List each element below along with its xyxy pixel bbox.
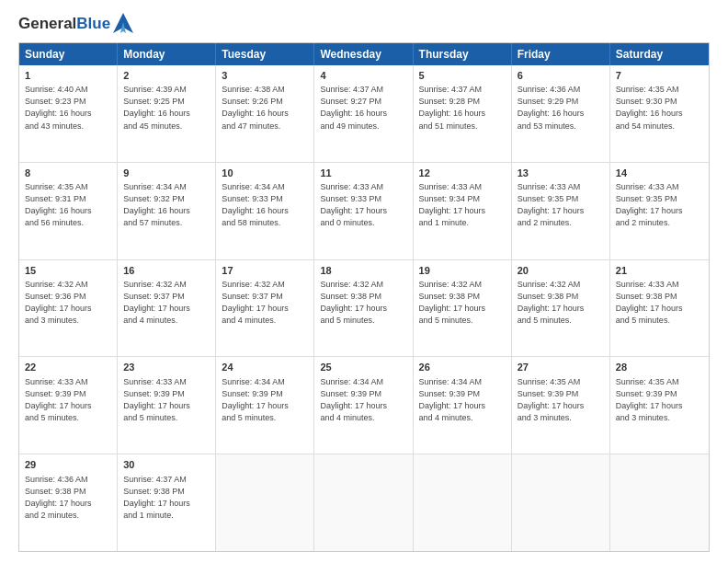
day-cell-17: 17Sunrise: 4:32 AM Sunset: 9:37 PM Dayli… [216,260,314,357]
empty-cell-4-4 [414,454,512,551]
day-number: 3 [222,69,308,83]
header-cell-sunday: Sunday [19,43,118,65]
calendar: SundayMondayTuesdayWednesdayThursdayFrid… [18,42,710,552]
day-info: Sunrise: 4:32 AM Sunset: 9:38 PM Dayligh… [419,279,506,327]
day-number: 1 [25,69,111,83]
day-number: 19 [419,264,506,278]
day-info: Sunrise: 4:35 AM Sunset: 9:31 PM Dayligh… [25,181,111,229]
day-cell-7: 7Sunrise: 4:35 AM Sunset: 9:30 PM Daylig… [610,65,709,162]
day-info: Sunrise: 4:33 AM Sunset: 9:39 PM Dayligh… [25,376,111,424]
day-info: Sunrise: 4:35 AM Sunset: 9:39 PM Dayligh… [518,376,604,424]
day-number: 27 [518,361,604,374]
day-info: Sunrise: 4:34 AM Sunset: 9:39 PM Dayligh… [320,376,406,424]
header-cell-thursday: Thursday [414,43,512,65]
day-number: 18 [320,264,406,278]
calendar-row-2: 15Sunrise: 4:32 AM Sunset: 9:36 PM Dayli… [19,260,709,358]
day-info: Sunrise: 4:38 AM Sunset: 9:26 PM Dayligh… [222,84,308,132]
day-cell-6: 6Sunrise: 4:36 AM Sunset: 9:29 PM Daylig… [512,65,610,162]
day-info: Sunrise: 4:33 AM Sunset: 9:38 PM Dayligh… [616,279,703,327]
day-cell-10: 10Sunrise: 4:34 AM Sunset: 9:33 PM Dayli… [216,163,314,259]
day-number: 5 [419,69,506,83]
day-number: 8 [25,167,111,180]
day-number: 14 [616,167,703,180]
calendar-row-0: 1Sunrise: 4:40 AM Sunset: 9:23 PM Daylig… [19,65,709,163]
empty-cell-4-6 [610,454,709,551]
calendar-row-1: 8Sunrise: 4:35 AM Sunset: 9:31 PM Daylig… [19,163,709,260]
logo-container: GeneralBlue [18,15,133,33]
day-info: Sunrise: 4:39 AM Sunset: 9:25 PM Dayligh… [123,84,210,132]
day-number: 4 [320,69,406,83]
day-number: 17 [222,264,308,278]
day-cell-21: 21Sunrise: 4:33 AM Sunset: 9:38 PM Dayli… [610,260,709,357]
day-info: Sunrise: 4:33 AM Sunset: 9:35 PM Dayligh… [518,181,604,229]
day-number: 11 [320,167,406,180]
logo-blue-text: Blue [76,15,110,32]
day-info: Sunrise: 4:33 AM Sunset: 9:35 PM Dayligh… [616,181,703,229]
day-info: Sunrise: 4:32 AM Sunset: 9:38 PM Dayligh… [518,279,604,327]
day-number: 10 [222,167,308,180]
day-info: Sunrise: 4:34 AM Sunset: 9:33 PM Dayligh… [222,181,308,229]
day-cell-5: 5Sunrise: 4:37 AM Sunset: 9:28 PM Daylig… [414,65,512,162]
day-number: 16 [123,264,210,278]
header: GeneralBlue [18,15,710,33]
day-number: 12 [419,167,506,180]
day-info: Sunrise: 4:37 AM Sunset: 9:27 PM Dayligh… [320,84,406,132]
day-number: 30 [123,458,210,472]
logo-arrow-icon [113,13,133,33]
day-number: 25 [320,361,406,374]
day-number: 9 [123,167,210,180]
day-cell-19: 19Sunrise: 4:32 AM Sunset: 9:38 PM Dayli… [414,260,512,357]
day-number: 6 [518,69,604,83]
day-info: Sunrise: 4:36 AM Sunset: 9:29 PM Dayligh… [518,84,604,132]
day-number: 26 [419,361,506,374]
day-cell-20: 20Sunrise: 4:32 AM Sunset: 9:38 PM Dayli… [512,260,610,357]
logo: GeneralBlue [18,15,133,33]
day-cell-12: 12Sunrise: 4:33 AM Sunset: 9:34 PM Dayli… [414,163,512,259]
day-number: 24 [222,361,308,374]
day-cell-11: 11Sunrise: 4:33 AM Sunset: 9:33 PM Dayli… [314,163,413,259]
day-info: Sunrise: 4:33 AM Sunset: 9:34 PM Dayligh… [419,181,506,229]
day-cell-14: 14Sunrise: 4:33 AM Sunset: 9:35 PM Dayli… [610,163,709,259]
calendar-body: 1Sunrise: 4:40 AM Sunset: 9:23 PM Daylig… [19,65,709,551]
day-cell-29: 29Sunrise: 4:36 AM Sunset: 9:38 PM Dayli… [19,454,118,551]
header-cell-wednesday: Wednesday [314,43,413,65]
day-info: Sunrise: 4:32 AM Sunset: 9:38 PM Dayligh… [320,279,406,327]
day-info: Sunrise: 4:34 AM Sunset: 9:39 PM Dayligh… [419,376,506,424]
day-cell-1: 1Sunrise: 4:40 AM Sunset: 9:23 PM Daylig… [19,65,118,162]
day-info: Sunrise: 4:37 AM Sunset: 9:28 PM Dayligh… [419,84,506,132]
day-info: Sunrise: 4:40 AM Sunset: 9:23 PM Dayligh… [25,84,111,132]
day-info: Sunrise: 4:34 AM Sunset: 9:32 PM Dayligh… [123,181,210,229]
day-cell-26: 26Sunrise: 4:34 AM Sunset: 9:39 PM Dayli… [414,357,512,454]
day-cell-23: 23Sunrise: 4:33 AM Sunset: 9:39 PM Dayli… [118,357,216,454]
day-info: Sunrise: 4:32 AM Sunset: 9:37 PM Dayligh… [222,279,308,327]
day-number: 28 [616,361,703,374]
day-number: 21 [616,264,703,278]
logo-general-text: General [18,15,76,32]
day-info: Sunrise: 4:35 AM Sunset: 9:30 PM Dayligh… [616,84,703,132]
empty-cell-4-5 [512,454,610,551]
day-cell-8: 8Sunrise: 4:35 AM Sunset: 9:31 PM Daylig… [19,163,118,259]
day-cell-16: 16Sunrise: 4:32 AM Sunset: 9:37 PM Dayli… [118,260,216,357]
day-info: Sunrise: 4:32 AM Sunset: 9:36 PM Dayligh… [25,279,111,327]
day-cell-22: 22Sunrise: 4:33 AM Sunset: 9:39 PM Dayli… [19,357,118,454]
day-cell-24: 24Sunrise: 4:34 AM Sunset: 9:39 PM Dayli… [216,357,314,454]
day-cell-28: 28Sunrise: 4:35 AM Sunset: 9:39 PM Dayli… [610,357,709,454]
day-number: 2 [123,69,210,83]
day-info: Sunrise: 4:34 AM Sunset: 9:39 PM Dayligh… [222,376,308,424]
day-info: Sunrise: 4:32 AM Sunset: 9:37 PM Dayligh… [123,279,210,327]
header-cell-tuesday: Tuesday [216,43,314,65]
day-cell-4: 4Sunrise: 4:37 AM Sunset: 9:27 PM Daylig… [314,65,413,162]
day-info: Sunrise: 4:35 AM Sunset: 9:39 PM Dayligh… [616,376,703,424]
day-number: 15 [25,264,111,278]
day-cell-9: 9Sunrise: 4:34 AM Sunset: 9:32 PM Daylig… [118,163,216,259]
empty-cell-4-2 [216,454,314,551]
calendar-row-3: 22Sunrise: 4:33 AM Sunset: 9:39 PM Dayli… [19,357,709,454]
header-cell-saturday: Saturday [610,43,709,65]
day-cell-18: 18Sunrise: 4:32 AM Sunset: 9:38 PM Dayli… [314,260,413,357]
empty-cell-4-3 [314,454,413,551]
day-cell-15: 15Sunrise: 4:32 AM Sunset: 9:36 PM Dayli… [19,260,118,357]
day-cell-27: 27Sunrise: 4:35 AM Sunset: 9:39 PM Dayli… [512,357,610,454]
day-number: 13 [518,167,604,180]
day-number: 23 [123,361,210,374]
day-cell-30: 30Sunrise: 4:37 AM Sunset: 9:38 PM Dayli… [118,454,216,551]
